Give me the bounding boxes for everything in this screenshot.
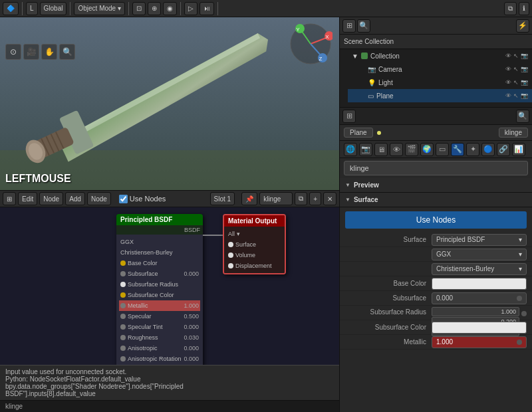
cb-dropdown-val: Christiensen-Burley [436,265,494,272]
prop-search[interactable]: 🔍 [516,110,529,123]
plane-eye-icon[interactable]: 👁 [505,92,511,99]
blender-menu[interactable]: 🔷 [3,2,19,15]
plane-color-dot [377,131,381,135]
bsdf-row-subsurface: Subsurface 0.000 [119,268,200,279]
camera-eye-icon[interactable]: 👁 [505,66,511,72]
mat-icon-physics[interactable]: 🔵 [481,143,495,156]
light-sel-icon[interactable]: ↖ [513,79,519,86]
plane-render-icon[interactable]: 📷 [521,92,528,99]
editor-layout-btn[interactable]: ⧉ [504,2,517,15]
mat-icon-particles[interactable]: ✦ [466,143,479,156]
viewport-zoom-icon[interactable]: 🔍 [59,44,75,60]
output-all: All ▾ [227,229,282,239]
right-view-btn[interactable]: ⊞ [342,19,356,33]
render-btn[interactable]: ▷ [184,2,198,15]
camera-render-icon[interactable]: 📷 [521,66,528,72]
nodes-canvas[interactable]: Principled BSDF BSDF GGX Christiensen-Bu… [0,207,339,400]
camera-sel-icon[interactable]: ↖ [513,66,519,72]
material-output-node[interactable]: Material Output All ▾ Surface Volume Dis… [223,214,286,274]
tooltip-line4: BSDF"].inputs[8].default_value [5,390,334,397]
mat-icon-obj[interactable]: ▭ [436,143,449,156]
viewport-sphere-icon[interactable]: ⊙ [5,44,21,60]
material-pin-btn[interactable]: 📌 [241,192,257,205]
node-node-btn[interactable]: Node [39,192,63,205]
metallic-label: Metallic [345,338,432,346]
node-edit-btn[interactable]: Edit [18,192,37,205]
metallic-value[interactable]: 1.000 [432,336,527,348]
klinge-name-field[interactable]: klinge [344,161,528,175]
mat-icon-scene[interactable]: 🌐 [344,143,357,156]
mat-icon-modifier[interactable]: 🔧 [451,143,464,156]
preview-header[interactable]: Preview [340,178,532,193]
use-nodes-button[interactable]: Use Nodes [345,211,527,229]
light-render-icon[interactable]: 📷 [521,79,528,86]
surface-label: Surface [345,236,432,243]
outliner-camera[interactable]: 📷 Camera 👁 ↖ 📷 [348,62,532,76]
sep1 [22,2,23,15]
outliner-light[interactable]: 💡 Light 👁 ↖ 📷 [348,76,532,89]
properties-panel: ⊞ 🔍 Plane klinge 🌐 📷 🖥 👁 🎬 🌍 ▭ 🔧 [340,108,532,412]
outliner-header: Scene Collection [340,35,532,49]
mat-icon-render[interactable]: 📷 [359,143,372,156]
node-close-btn[interactable]: ✕ [323,192,336,205]
prop-object-btn[interactable]: Plane [344,128,373,138]
outliner-plane[interactable]: ▭ Plane 👁 ↖ 📷 [348,89,532,102]
slot-btn[interactable]: Slot 1 [210,192,235,205]
subsurface-value[interactable]: 0.000 [432,292,527,304]
prop-tab-icons[interactable]: ⊞ [342,110,356,123]
mat-icon-output[interactable]: 🖥 [374,143,388,156]
outliner-collection[interactable]: ▼ Collection 👁 ↖ 📷 [340,49,532,62]
select-mode-btn[interactable]: ⊡ [132,2,146,15]
basecolor-dot-right [517,281,522,286]
subsurface-val: 0.000 [436,294,453,302]
ggx-value[interactable]: GGX ▾ [432,249,527,260]
object-mode-btn[interactable]: Object Mode ▾ [74,2,124,15]
surface-value[interactable]: Principled BSDF ▾ [432,234,527,246]
cursor-icon[interactable]: ↖ [513,52,519,59]
basecolor-value[interactable] [432,278,527,290]
light-item-name: Light [378,79,505,86]
mat-icon-data[interactable]: 📊 [512,143,525,156]
right-panel: ⊞ 🔍 ⚡ Scene Collection ▼ Collection 👁 ↖ … [339,17,532,412]
render-anim-btn[interactable]: ⏯ [200,2,214,15]
use-nodes-checkbox[interactable] [119,195,128,203]
metallic-val: 1.000 [436,338,453,346]
render-vis-icon[interactable]: 📷 [521,52,528,59]
right-search-btn[interactable]: 🔍 [357,19,370,33]
node-editor: ⊞ Edit Node Add Node Use Nodes Slot 1 📌 … [0,190,339,400]
light-eye-icon[interactable]: 👁 [505,79,511,86]
prop-row-subcol: Subsurface Color [340,320,532,335]
right-top-bar: ⊞ 🔍 ⚡ [340,17,532,35]
mat-icon-view[interactable]: 👁 [390,143,403,156]
material-name-btn[interactable]: klinge [259,192,293,205]
mat-icon-constraints[interactable]: 🔗 [497,143,510,156]
ggx-dropdown-arrow: ▾ [519,251,522,258]
cb-value[interactable]: Christiensen-Burley ▾ [432,263,527,275]
eye-icon[interactable]: 👁 [505,52,511,59]
proportional-btn[interactable]: ◉ [163,2,177,15]
output-displacement: Displacement [227,260,282,271]
nav-gizmo[interactable]: X Y Z [289,23,332,66]
viewport[interactable]: ⊙ 🎥 ✋ 🔍 X Y Z LEFTMOUSE [0,17,339,190]
mat-icon-world[interactable]: 🌍 [420,143,434,156]
snap-btn[interactable]: ⊕ [148,2,161,15]
subcol-value[interactable] [432,322,527,334]
node-add-mat-btn[interactable]: + [309,192,321,205]
subrad-r[interactable]: 1.000 [432,307,519,316]
prop-material-btn[interactable]: klinge [499,128,528,138]
plane-sel-icon[interactable]: ↖ [513,92,519,99]
mat-icon-scene2[interactable]: 🎬 [405,143,418,156]
workspace-btn[interactable]: L [26,2,38,15]
global-btn[interactable]: Global [40,2,67,15]
surface-header[interactable]: Surface [340,193,532,207]
node-copy-btn[interactable]: ⧉ [295,192,307,205]
viewport-camera-icon[interactable]: 🎥 [23,44,39,60]
node-add-btn[interactable]: Add [65,192,85,205]
right-filter-btn[interactable]: ⚡ [516,19,529,33]
node-editor-type-btn[interactable]: ⊞ [3,192,16,205]
viewport-hand-icon[interactable]: ✋ [41,44,57,60]
plane-item-icon: ▭ [368,92,374,100]
node-node2-btn[interactable]: Node [87,192,111,205]
surface-dropdown-val: Principled BSDF [436,236,485,243]
info-btn[interactable]: ℹ [519,2,529,15]
